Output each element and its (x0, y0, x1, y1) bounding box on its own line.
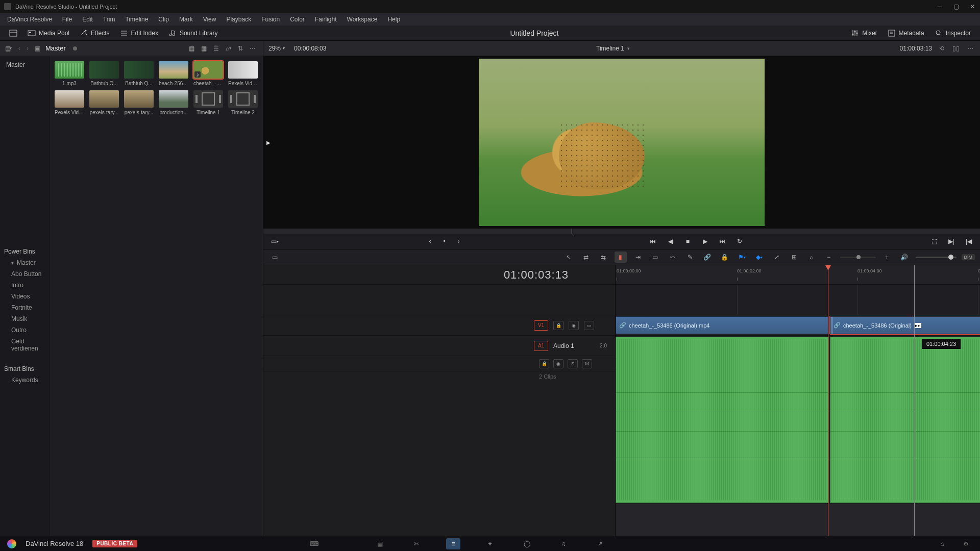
playhead[interactable] (828, 265, 828, 536)
prev-clip-button[interactable]: |◀ (964, 236, 974, 246)
clip-thumbnail[interactable] (228, 90, 258, 108)
clip-thumbnail[interactable] (55, 61, 84, 79)
clip-thumbnail[interactable] (159, 90, 188, 108)
go-start-button[interactable]: ⏮ (648, 236, 658, 246)
menu-mark[interactable]: Mark (174, 13, 198, 26)
clip-thumbnail[interactable] (159, 61, 188, 79)
power-bin-item[interactable]: Videos (0, 291, 49, 302)
flag-button[interactable]: ⚑▾ (736, 252, 748, 263)
audio-monitor-icon[interactable]: 🔊 (898, 252, 911, 263)
dual-viewer-icon[interactable]: ▯▯ (951, 44, 961, 53)
link-toggle[interactable]: 🔗 (701, 252, 714, 263)
timeline-track-area[interactable]: 01:00:00:00 01:00:02:00 01:00:04:00 01:0… (616, 265, 980, 536)
media-clip[interactable]: Bathtub Q... (124, 61, 154, 86)
menu-clip[interactable]: Clip (153, 13, 174, 26)
clip-thumbnail[interactable] (193, 90, 223, 108)
effects-button[interactable]: Effects (75, 27, 114, 39)
menu-timeline[interactable]: Timeline (120, 13, 153, 26)
bin-view-toggle[interactable]: ▤▾ (3, 43, 13, 54)
clip-thumbnail[interactable] (55, 90, 84, 108)
trim-tool[interactable]: ⇄ (580, 252, 592, 263)
minimize-button[interactable]: ─ (936, 3, 943, 10)
menu-trim[interactable]: Trim (98, 13, 120, 26)
menu-workspace[interactable]: Workspace (342, 13, 383, 26)
mute-button[interactable]: M (582, 359, 592, 368)
zoom-to-fit-button[interactable]: ⤢ (771, 252, 783, 263)
volume-slider[interactable] (916, 257, 957, 258)
current-bin-name[interactable]: Master (45, 44, 66, 52)
menu-playback[interactable]: Playback (221, 13, 256, 26)
stop-button[interactable]: ■ (682, 236, 693, 246)
edit-page-button[interactable]: ≡ (446, 538, 460, 549)
timeline-name[interactable]: Timeline 1 (596, 45, 624, 52)
list-view-button[interactable]: ☰ (211, 43, 221, 54)
home-button[interactable]: ⌂ (935, 538, 949, 549)
dynamic-trim-tool[interactable]: ⇆ (597, 252, 609, 263)
audio-track-row[interactable]: 01:00:04:23 (616, 336, 980, 504)
keyboard-shortcuts-icon[interactable]: ⌨ (307, 538, 321, 549)
power-bin-item[interactable]: Geld verdienen (0, 336, 49, 354)
step-back-button[interactable]: ◀ (665, 236, 675, 246)
match-frame-button[interactable]: ▭▾ (270, 236, 280, 246)
in-out-range-icon[interactable]: ⬚ (929, 236, 939, 246)
clip-thumbnail[interactable] (89, 61, 119, 79)
close-button[interactable]: ✕ (969, 3, 976, 10)
audio-clip[interactable] (616, 337, 829, 503)
layout-button[interactable] (4, 27, 22, 39)
mixer-button[interactable]: Mixer (846, 27, 882, 39)
replace-clip-button[interactable]: ⤺ (667, 252, 679, 263)
clip-thumbnail[interactable] (89, 90, 119, 108)
power-bin-item[interactable]: Abo Button (0, 268, 49, 280)
lock-audio-icon[interactable]: 🔒 (539, 359, 549, 368)
chevron-down-icon[interactable]: ▾ (627, 46, 630, 51)
loop-button[interactable]: ↻ (734, 236, 745, 246)
media-clip[interactable]: Bathtub O... (89, 61, 119, 86)
nav-forward[interactable]: › (23, 45, 32, 52)
track-tag-a1[interactable]: A1 (534, 341, 548, 351)
project-settings-button[interactable]: ⚙ (959, 538, 973, 549)
media-clip[interactable]: Pexels Vide... (55, 90, 84, 115)
media-clip[interactable]: Timeline 1 (193, 90, 223, 115)
track-tag-v1[interactable]: V1 (534, 320, 548, 331)
overwrite-clip-button[interactable]: ▭ (649, 252, 662, 263)
viewer-scrub-bar[interactable] (263, 229, 980, 234)
search-button[interactable]: ⌕▾ (223, 43, 233, 54)
clip-thumbnail[interactable] (124, 61, 154, 79)
menu-davinci-resolve[interactable]: DaVinci Resolve (2, 13, 57, 26)
power-bin-item[interactable]: Intro (0, 280, 49, 291)
video-track-row[interactable]: 🔗 cheetah_-_53486 (Original).mp4 🔗 cheet… (616, 315, 980, 336)
program-viewer[interactable]: ▶ (263, 56, 980, 229)
media-clip[interactable]: production... (159, 90, 188, 115)
inspector-button[interactable]: Inspector (929, 27, 976, 39)
insert-clip-button[interactable]: ⇥ (632, 252, 644, 263)
power-bin-item[interactable]: Outro (0, 324, 49, 336)
grid-view-button[interactable]: ▦ (199, 43, 209, 54)
timeline-view-options[interactable]: ▭ (268, 252, 281, 263)
timeline-ruler[interactable]: 01:00:00:00 01:00:02:00 01:00:04:00 01:0… (616, 265, 980, 285)
audio-clip[interactable] (830, 337, 980, 503)
clip-thumbnail[interactable] (228, 61, 258, 79)
selection-tool[interactable]: ↖ (562, 252, 575, 263)
media-clip[interactable]: beach-2562... (159, 61, 188, 86)
detail-zoom-button[interactable]: ⊞ (788, 252, 800, 263)
media-clip[interactable]: pexels-tary... (124, 90, 154, 115)
media-clip[interactable]: Pexels Vide... (228, 61, 258, 86)
lock-toggle[interactable]: 🔒 (719, 252, 731, 263)
bin-tree[interactable]: Master Power Bins Master Abo Button Intr… (0, 56, 50, 536)
clip-thumbnail[interactable]: ♪ (193, 61, 223, 79)
deliver-page-button[interactable]: ↗ (593, 538, 607, 549)
media-clip[interactable]: pexels-tary... (89, 90, 119, 115)
color-page-button[interactable]: ◯ (520, 538, 534, 549)
zoom-slider[interactable] (840, 257, 876, 258)
menu-fairlight[interactable]: Fairlight (310, 13, 342, 26)
media-pool-button[interactable]: Media Pool (22, 27, 75, 39)
sound-library-button[interactable]: Sound Library (163, 27, 223, 39)
marker-button[interactable]: ◆▾ (753, 252, 766, 263)
dim-button[interactable]: DIM (962, 254, 975, 260)
media-clip[interactable]: 1.mp3 (55, 61, 84, 86)
bypass-grades-icon[interactable]: ⟲ (937, 44, 946, 53)
menu-view[interactable]: View (198, 13, 222, 26)
prev-edit-icon[interactable]: ‹ (425, 236, 435, 246)
metadata-button[interactable]: Metadata (883, 27, 929, 39)
zoom-in-button[interactable]: + (881, 252, 893, 263)
